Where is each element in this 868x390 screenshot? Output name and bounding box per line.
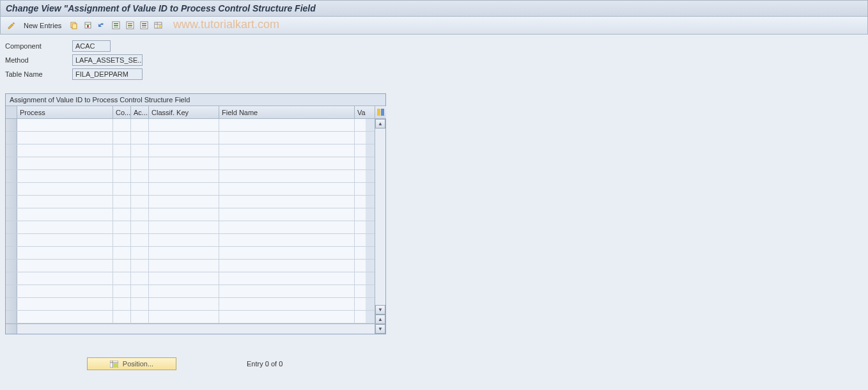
cell-ac[interactable] — [131, 196, 149, 208]
cell-co[interactable] — [113, 311, 131, 323]
table-row[interactable] — [6, 221, 375, 234]
column-co[interactable]: Co... — [113, 106, 131, 118]
cell-co[interactable] — [113, 221, 131, 233]
select-block-icon[interactable] — [124, 20, 136, 31]
configure-columns-icon[interactable] — [375, 106, 386, 119]
cell-ac[interactable] — [131, 144, 149, 157]
cell-ac[interactable] — [131, 221, 149, 233]
cell-classif[interactable] — [149, 132, 219, 144]
new-entries-button[interactable]: New Entries — [24, 22, 61, 29]
cell-classif[interactable] — [149, 298, 219, 310]
cell-ac[interactable] — [131, 285, 149, 297]
cell-field[interactable] — [219, 247, 355, 259]
cell-classif[interactable] — [149, 196, 219, 208]
column-value[interactable]: Va — [355, 106, 366, 118]
cell-field[interactable] — [219, 272, 355, 285]
cell-co[interactable] — [113, 272, 131, 285]
cell-field[interactable] — [219, 311, 355, 323]
cell-field[interactable] — [219, 285, 355, 297]
row-selector[interactable] — [6, 119, 17, 131]
cell-process[interactable] — [17, 247, 113, 259]
cell-co[interactable] — [113, 260, 131, 272]
cell-val[interactable] — [355, 196, 366, 208]
cell-process[interactable] — [17, 298, 113, 310]
table-row[interactable] — [6, 272, 375, 285]
row-selector[interactable] — [6, 170, 17, 182]
cell-classif[interactable] — [149, 311, 219, 323]
table-row[interactable] — [6, 298, 375, 311]
cell-co[interactable] — [113, 196, 131, 208]
deselect-all-icon[interactable] — [138, 20, 150, 31]
table-settings-icon[interactable] — [152, 20, 164, 31]
cell-classif[interactable] — [149, 221, 219, 233]
position-button[interactable]: Position... — [87, 357, 176, 370]
row-selector[interactable] — [6, 247, 17, 259]
cell-val[interactable] — [355, 144, 366, 157]
cell-process[interactable] — [17, 132, 113, 144]
row-selector[interactable] — [6, 298, 17, 310]
table-row[interactable] — [6, 170, 375, 183]
cell-field[interactable] — [219, 157, 355, 169]
table-row[interactable] — [6, 132, 375, 144]
cell-val[interactable] — [355, 208, 366, 221]
copy-icon[interactable] — [68, 20, 79, 31]
cell-process[interactable] — [17, 221, 113, 233]
cell-val[interactable] — [355, 260, 366, 272]
cell-val[interactable] — [355, 119, 366, 131]
table-row[interactable] — [6, 196, 375, 208]
cell-val[interactable] — [355, 285, 366, 297]
table-row[interactable] — [6, 119, 375, 132]
cell-process[interactable] — [17, 311, 113, 323]
table-row[interactable] — [6, 157, 375, 170]
cell-process[interactable] — [17, 196, 113, 208]
change-icon[interactable] — [6, 20, 17, 31]
cell-classif[interactable] — [149, 170, 219, 182]
cell-ac[interactable] — [131, 234, 149, 246]
row-selector[interactable] — [6, 311, 17, 323]
cell-ac[interactable] — [131, 272, 149, 285]
cell-co[interactable] — [113, 298, 131, 310]
cell-classif[interactable] — [149, 247, 219, 259]
row-selector[interactable] — [6, 157, 17, 169]
delete-icon[interactable] — [82, 20, 93, 31]
cell-ac[interactable] — [131, 183, 149, 195]
cell-field[interactable] — [219, 208, 355, 221]
cell-field[interactable] — [219, 298, 355, 310]
cell-classif[interactable] — [149, 157, 219, 169]
cell-process[interactable] — [17, 183, 113, 195]
cell-ac[interactable] — [131, 298, 149, 310]
cell-classif[interactable] — [149, 208, 219, 221]
vertical-scrollbar[interactable]: ▲ ▼ ▲ ▼ — [375, 106, 385, 334]
table-row[interactable] — [6, 260, 375, 272]
cell-co[interactable] — [113, 183, 131, 195]
cell-co[interactable] — [113, 119, 131, 131]
cell-field[interactable] — [219, 234, 355, 246]
table-row[interactable] — [6, 285, 375, 298]
cell-process[interactable] — [17, 285, 113, 297]
cell-field[interactable] — [219, 132, 355, 144]
table-row[interactable] — [6, 234, 375, 247]
cell-classif[interactable] — [149, 144, 219, 157]
cell-field[interactable] — [219, 221, 355, 233]
horizontal-scrollbar[interactable] — [6, 324, 375, 334]
cell-val[interactable] — [355, 221, 366, 233]
cell-classif[interactable] — [149, 260, 219, 272]
cell-ac[interactable] — [131, 247, 149, 259]
cell-process[interactable] — [17, 208, 113, 221]
table-row[interactable] — [6, 144, 375, 157]
cell-val[interactable] — [355, 132, 366, 144]
row-selector[interactable] — [6, 221, 17, 233]
cell-process[interactable] — [17, 272, 113, 285]
cell-co[interactable] — [113, 132, 131, 144]
cell-field[interactable] — [219, 260, 355, 272]
cell-val[interactable] — [355, 247, 366, 259]
cell-co[interactable] — [113, 234, 131, 246]
cell-classif[interactable] — [149, 272, 219, 285]
row-selector[interactable] — [6, 272, 17, 285]
select-all-column[interactable] — [6, 106, 17, 118]
cell-co[interactable] — [113, 208, 131, 221]
cell-ac[interactable] — [131, 119, 149, 131]
scroll-up-icon[interactable]: ▲ — [375, 119, 385, 129]
cell-field[interactable] — [219, 183, 355, 195]
cell-classif[interactable] — [149, 183, 219, 195]
